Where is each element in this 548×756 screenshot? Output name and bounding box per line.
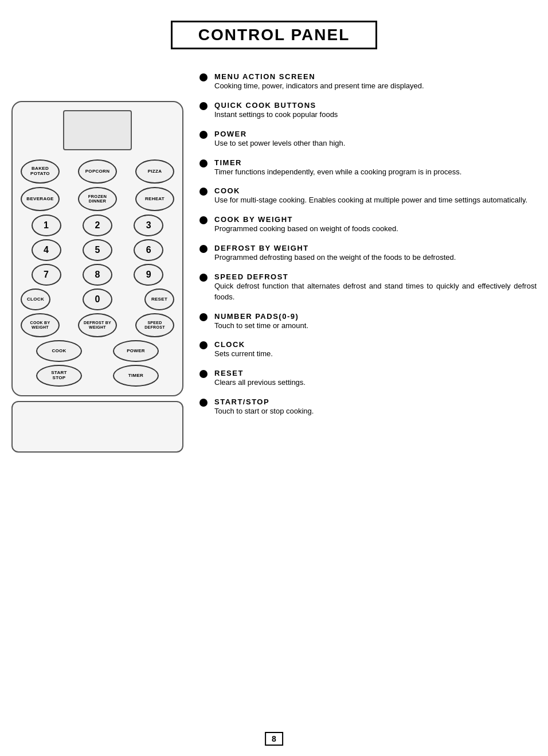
cook-button[interactable]: COOK: [36, 340, 82, 362]
desc-item-cook: COOK Use for multi-stage cooking. Enable…: [199, 186, 537, 206]
button-1[interactable]: 1: [32, 215, 61, 236]
bullet-icon-3: [199, 159, 208, 167]
desc-text-0: Cooking time, power, indicators and pres…: [214, 81, 424, 92]
desc-content-4: COOK Use for multi-stage cooking. Enable…: [214, 186, 527, 206]
button-0[interactable]: 0: [83, 289, 112, 310]
bullet-icon-4: [199, 188, 208, 196]
button-8[interactable]: 8: [83, 264, 112, 286]
button-5[interactable]: 5: [83, 239, 112, 261]
desc-title-2: POWER: [214, 130, 345, 138]
desc-item-menu-action: MENU ACTION SCREEN Cooking time, power, …: [199, 72, 537, 92]
timer-button[interactable]: TIMER: [113, 365, 159, 387]
button-7[interactable]: 7: [32, 264, 61, 286]
popcorn-button[interactable]: POPCORN: [78, 159, 117, 184]
desc-content-10: RESET Clears all previous settings.: [214, 369, 306, 388]
desc-content-5: COOK BY WEIGHT Programmed cooking based …: [214, 215, 398, 235]
clock-button[interactable]: CLOCK: [21, 289, 50, 310]
desc-text-4: Use for multi-stage cooking. Enables coo…: [214, 195, 527, 206]
desc-content-7: SPEED DEFROST Quick defrost function tha…: [214, 272, 537, 303]
button-9[interactable]: 9: [134, 264, 163, 286]
desc-title-10: RESET: [214, 369, 306, 377]
bullet-icon-2: [199, 131, 208, 139]
pizza-button[interactable]: PIZZA: [135, 159, 174, 184]
desc-content-0: MENU ACTION SCREEN Cooking time, power, …: [214, 72, 424, 92]
desc-item-clock: CLOCK Sets current time.: [199, 340, 537, 360]
desc-content-8: NUMBER PADS(0-9) Touch to set time or am…: [214, 312, 308, 332]
desc-item-quick-cook: QUICK COOK BUTTONS Instant settings to c…: [199, 101, 537, 120]
bullet-icon-10: [199, 370, 208, 378]
desc-item-number-pads: NUMBER PADS(0-9) Touch to set time or am…: [199, 312, 537, 332]
bullet-icon-5: [199, 216, 208, 224]
desc-text-11: Touch to start or stop cooking.: [214, 406, 314, 417]
desc-text-8: Touch to set time or amount.: [214, 321, 308, 332]
baked-potato-button[interactable]: BAKEDPOTATO: [21, 159, 60, 184]
desc-text-7: Quick defrost function that alternates d…: [214, 281, 537, 303]
function-row-clock: CLOCK 0 RESET: [21, 289, 174, 310]
bottom-row-start-timer: STARTSTOP TIMER: [21, 365, 174, 387]
desc-text-9: Sets current time.: [214, 349, 273, 360]
start-stop-button[interactable]: STARTSTOP: [36, 365, 82, 387]
bullet-icon-0: [199, 73, 208, 81]
number-row-1: 1 2 3: [21, 215, 174, 236]
reset-button[interactable]: RESET: [144, 289, 174, 310]
desc-content-1: QUICK COOK BUTTONS Instant settings to c…: [214, 101, 338, 120]
beverage-button[interactable]: BEVERAGE: [21, 187, 60, 211]
bullet-icon-1: [199, 102, 208, 110]
bullet-icon-7: [199, 274, 208, 282]
desc-title-8: NUMBER PADS(0-9): [214, 312, 308, 321]
desc-content-3: TIMER Timer functions independently, eve…: [214, 158, 461, 178]
desc-title-4: COOK: [214, 186, 527, 195]
bullet-icon-6: [199, 245, 208, 253]
quick-cook-row-1: BAKEDPOTATO POPCORN PIZZA: [21, 159, 174, 184]
desc-title-9: CLOCK: [214, 340, 273, 349]
microwave-panel: BAKEDPOTATO POPCORN PIZZA BEVERAGE FROZE…: [6, 67, 183, 453]
bottom-row-cook-power: COOK POWER: [21, 340, 174, 362]
page-title-box: CONTROL PANEL: [171, 21, 377, 49]
desc-text-3: Timer functions independently, even whil…: [214, 167, 461, 178]
defrost-by-weight-button[interactable]: DEFROST BYWEIGHT: [78, 313, 117, 337]
speed-defrost-button[interactable]: SPEEDDEFROST: [135, 313, 174, 337]
desc-item-speed-defrost: SPEED DEFROST Quick defrost function tha…: [199, 272, 537, 303]
desc-title-5: COOK BY WEIGHT: [214, 215, 398, 224]
desc-text-2: Use to set power levels other than high.: [214, 138, 345, 149]
desc-item-power: POWER Use to set power levels other than…: [199, 130, 537, 149]
desc-content-11: START/STOP Touch to start or stop cookin…: [214, 398, 314, 417]
desc-item-defrost-by-weight: DEFROST BY WEIGHT Programmed defrosting …: [199, 244, 537, 263]
function-row-weight: COOK BYWEIGHT DEFROST BYWEIGHT SPEEDDEFR…: [21, 313, 174, 337]
bullet-icon-9: [199, 341, 208, 349]
cook-by-weight-button[interactable]: COOK BYWEIGHT: [21, 313, 60, 337]
button-6[interactable]: 6: [134, 239, 163, 261]
desc-item-cook-by-weight: COOK BY WEIGHT Programmed cooking based …: [199, 215, 537, 235]
button-2[interactable]: 2: [83, 215, 112, 236]
microwave-body: BAKEDPOTATO POPCORN PIZZA BEVERAGE FROZE…: [11, 101, 183, 396]
desc-item-reset: RESET Clears all previous settings.: [199, 369, 537, 388]
desc-title-7: SPEED DEFROST: [214, 272, 537, 281]
desc-title-3: TIMER: [214, 158, 461, 167]
main-layout: BAKEDPOTATO POPCORN PIZZA BEVERAGE FROZE…: [0, 67, 548, 453]
desc-item-timer: TIMER Timer functions independently, eve…: [199, 158, 537, 178]
descriptions-panel: MENU ACTION SCREEN Cooking time, power, …: [183, 72, 542, 453]
page-number: 8: [265, 732, 283, 746]
desc-title-1: QUICK COOK BUTTONS: [214, 101, 338, 110]
button-3[interactable]: 3: [134, 215, 163, 236]
desc-content-9: CLOCK Sets current time.: [214, 340, 273, 360]
bullet-icon-11: [199, 399, 208, 407]
desc-item-start-stop: START/STOP Touch to start or stop cookin…: [199, 398, 537, 417]
reheat-button[interactable]: REHEAT: [135, 187, 174, 211]
button-4[interactable]: 4: [32, 239, 61, 261]
display-screen: [63, 110, 132, 150]
desc-text-5: Programmed cooking based on weight of fo…: [214, 224, 398, 235]
desc-title-0: MENU ACTION SCREEN: [214, 72, 424, 81]
number-row-3: 7 8 9: [21, 264, 174, 286]
desc-content-2: POWER Use to set power levels other than…: [214, 130, 345, 149]
power-button[interactable]: POWER: [113, 340, 159, 362]
bullet-icon-8: [199, 313, 208, 321]
frozen-dinner-button[interactable]: FROZENDINNER: [78, 187, 117, 211]
microwave-bottom-handle: [11, 401, 183, 453]
desc-title-11: START/STOP: [214, 398, 314, 406]
page-title: CONTROL PANEL: [198, 26, 350, 44]
desc-title-6: DEFROST BY WEIGHT: [214, 244, 456, 252]
quick-cook-row-2: BEVERAGE FROZENDINNER REHEAT: [21, 187, 174, 211]
number-row-2: 4 5 6: [21, 239, 174, 261]
desc-text-10: Clears all previous settings.: [214, 377, 306, 388]
